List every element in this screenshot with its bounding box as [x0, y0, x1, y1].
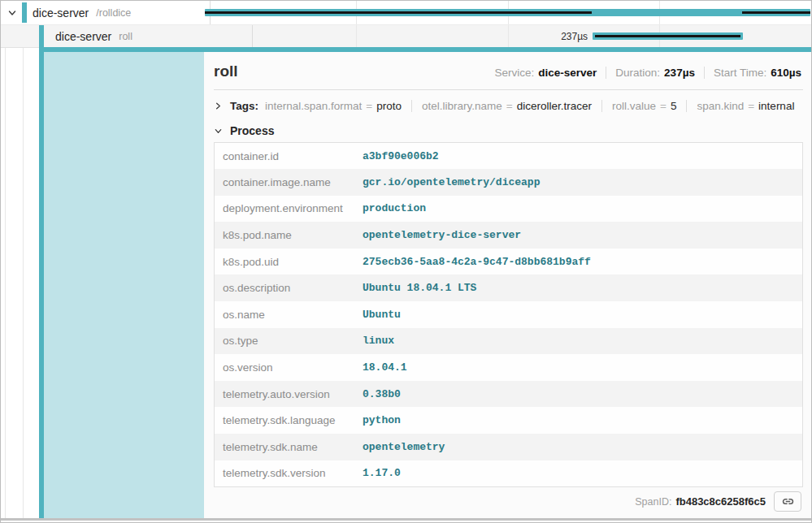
span-row-roll-selected[interactable]: dice-server roll 237µs [1, 25, 811, 48]
process-section-toggle[interactable]: Process [214, 124, 803, 137]
process-value: a3bf90e006b2 [362, 143, 803, 170]
process-label: Process [230, 124, 274, 137]
process-row: telemetry.sdk.nameopentelemetry [215, 434, 803, 460]
process-key: os.name [215, 301, 363, 328]
span-detail-panel: roll Service:dice-server Duration:237µs … [204, 52, 811, 518]
stat-service: Service:dice-server [485, 67, 606, 79]
process-row: telemetry.sdk.version1.17.0 [215, 460, 803, 487]
process-key: os.description [215, 274, 363, 301]
tag-value: proto [376, 100, 402, 112]
span-bar-rolldice[interactable] [205, 9, 810, 16]
operation-name: roll [119, 31, 132, 42]
tags-list: internal.span.format=protootel.library.n… [265, 100, 804, 112]
process-row: os.nameUbuntu [215, 301, 803, 328]
indent-guide [23, 48, 24, 518]
service-name: dice-server [55, 30, 111, 43]
selected-row-highlight [44, 52, 204, 518]
bottom-border [1, 518, 811, 521]
detail-footer: SpanID: fb483c8c6258f6c5 [214, 491, 803, 518]
tag-equals: = [660, 100, 667, 112]
span-row-rolldice[interactable]: dice-server /rolldice [1, 1, 811, 25]
process-value: 1.17.0 [362, 460, 803, 487]
process-row: telemetry.auto.version0.38b0 [215, 381, 803, 408]
process-value: 0.38b0 [362, 381, 803, 408]
process-value: production [362, 196, 803, 223]
process-key: os.type [215, 328, 363, 355]
span-name-cell[interactable]: dice-server /rolldice [1, 1, 211, 24]
detail-header: roll Service:dice-server Duration:237µs … [214, 62, 803, 81]
process-value: 18.04.1 [362, 354, 803, 381]
jaeger-trace-detail-view: dice-server /rolldice dice-server roll 2… [0, 0, 812, 523]
stat-start-time: Start Time:610µs [704, 67, 803, 79]
process-key: telemetry.sdk.version [215, 460, 363, 487]
chevron-right-icon [214, 102, 223, 110]
process-row: os.typelinux [215, 328, 803, 355]
process-row: os.descriptionUbuntu 18.04.1 LTS [215, 274, 803, 301]
tag-key: internal.span.format [265, 100, 362, 112]
timeline-cell[interactable]: 237µs [204, 25, 811, 47]
tag-value: internal [758, 100, 794, 112]
deep-link-button[interactable] [774, 491, 801, 512]
span-bar-inner-line [595, 35, 740, 37]
detail-row-top-accent [39, 47, 811, 52]
child-span-indicator [205, 11, 591, 14]
selected-span-color-bar [39, 25, 44, 518]
span-bar-roll[interactable] [593, 32, 743, 40]
operation-name: /rolldice [96, 7, 131, 19]
process-table-body: container.ida3bf90e006b2container.image.… [215, 143, 803, 487]
spanid-label: SpanID: [635, 496, 671, 508]
process-key: telemetry.sdk.name [215, 434, 363, 460]
process-row: deployment.environmentproduction [215, 196, 803, 223]
process-value: linux [362, 328, 803, 355]
process-row: k8s.pod.nameopentelemetry-dice-server [215, 222, 803, 249]
tag-key: roll.value [612, 100, 656, 112]
tag-equals: = [748, 100, 754, 112]
child-span-indicator [742, 11, 810, 14]
link-icon [781, 495, 795, 508]
spanid-value: fb483c8c6258f6c5 [675, 495, 766, 508]
process-value: opentelemetry-dice-server [362, 222, 803, 249]
tag-value: 5 [671, 100, 677, 112]
tag-key: span.kind [697, 100, 744, 112]
process-table: container.ida3bf90e006b2container.image.… [214, 142, 803, 487]
process-key: k8s.pod.name [215, 222, 363, 249]
process-key: os.version [215, 354, 363, 381]
service-color-bar [22, 2, 27, 23]
process-key: telemetry.sdk.language [215, 407, 363, 434]
header-divider [214, 89, 803, 90]
process-key: container.image.name [215, 169, 363, 196]
tag-item: otel.library.name=diceroller.tracer [411, 100, 601, 112]
process-key: k8s.pod.uid [215, 249, 363, 275]
process-value: Ubuntu 18.04.1 LTS [362, 274, 803, 301]
tags-label: Tags: [230, 100, 258, 112]
process-value: opentelemetry [362, 434, 803, 460]
process-value: Ubuntu [362, 301, 803, 328]
tag-item: span.kind=internal [686, 100, 804, 112]
span-duration-label: 237µs [204, 31, 588, 42]
process-key: container.id [215, 143, 363, 170]
process-row: telemetry.sdk.languagepython [215, 407, 803, 434]
process-row: os.version18.04.1 [215, 354, 803, 381]
tag-value: diceroller.tracer [517, 100, 592, 112]
span-title: roll [214, 62, 238, 81]
process-value: gcr.io/opentelemetry/diceapp [362, 169, 803, 196]
process-row: container.image.namegcr.io/opentelemetry… [215, 169, 803, 196]
collapse-chevron-icon[interactable] [7, 8, 17, 18]
tag-item: internal.span.format=proto [265, 100, 411, 112]
tag-equals: = [366, 100, 372, 112]
process-key: telemetry.auto.version [215, 381, 363, 408]
tag-equals: = [506, 100, 513, 112]
span-stats: Service:dice-server Duration:237µs Start… [485, 67, 803, 79]
process-key: deployment.environment [215, 196, 363, 223]
process-row: k8s.pod.uid275ecb36-5aa8-4c2a-9c47-d8bb6… [215, 249, 803, 275]
service-name: dice-server [33, 6, 89, 19]
process-value: python [362, 407, 803, 434]
tag-key: otel.library.name [422, 100, 502, 112]
timeline-cell[interactable] [204, 1, 811, 24]
tags-section-toggle[interactable]: Tags: internal.span.format=protootel.lib… [214, 95, 803, 116]
process-value: 275ecb36-5aa8-4c2a-9c47-d8bb681b9aff [362, 249, 803, 275]
process-row: container.ida3bf90e006b2 [215, 143, 803, 170]
stat-duration: Duration:237µs [606, 67, 704, 79]
chevron-down-icon [214, 127, 223, 136]
tag-item: roll.value=5 [601, 100, 686, 112]
